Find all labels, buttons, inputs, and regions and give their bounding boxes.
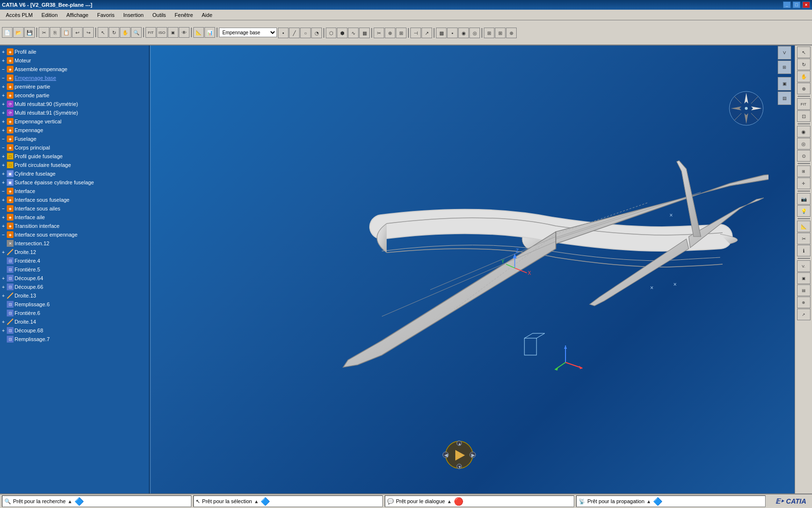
tab-render2[interactable]: ▤ <box>778 91 791 105</box>
minimize-button[interactable]: _ <box>783 1 791 8</box>
right-btn-axis[interactable]: ✛ <box>797 178 811 189</box>
window-controls[interactable]: _ □ × <box>783 1 810 8</box>
status-dialogue-expand[interactable]: ▲ <box>447 499 452 504</box>
tree-node-profil-guide[interactable]: + □ Profil guide fuselage <box>1 152 148 161</box>
menu-edition[interactable]: Edition <box>38 10 62 20</box>
tree-node-frontiere-5[interactable]: ⊡ Frontière.5 <box>1 265 148 274</box>
tree-node-fuselage[interactable]: − ◈ Fuselage <box>1 134 148 143</box>
tree-node-profil-circulaire[interactable]: + □ Profil circulaire fuselage <box>1 161 148 169</box>
right-btn-info[interactable]: ℹ <box>797 245 811 256</box>
tree-node-frontiere-4[interactable]: ⊡ Frontière.4 <box>1 256 148 265</box>
tree-node-interface[interactable]: − ◈ Interface <box>1 187 148 195</box>
toolbar-hide[interactable]: 👁 <box>179 27 189 38</box>
tree-node-frontiere-6[interactable]: ⊡ Frontière.6 <box>1 309 148 317</box>
toolbar-line[interactable]: ╱ <box>289 28 300 38</box>
toolbar-join[interactable]: ⊕ <box>385 28 395 38</box>
tree-node-empennage[interactable]: + ◈ Empennage <box>1 126 148 134</box>
toolbar-snap[interactable]: ⊕ <box>506 28 517 38</box>
tree-node-surface-epaisse[interactable]: + ▣ Surface épaisse cylindre fuselage <box>1 178 148 187</box>
toolbar-trim[interactable]: ✂ <box>374 28 384 38</box>
menu-insertion[interactable]: Insertion <box>119 10 147 20</box>
menu-acces-plm[interactable]: Accès PLM <box>2 10 37 20</box>
toolbar-render1[interactable]: ▩ <box>436 28 447 38</box>
tab-view1[interactable]: V <box>778 46 791 60</box>
toolbar-fill[interactable]: ▦ <box>359 28 370 38</box>
toolbar-fit[interactable]: FIT <box>145 27 156 38</box>
toolbar-paste[interactable]: 📋 <box>61 27 72 38</box>
toolbar-measure[interactable]: 📐 <box>193 27 204 38</box>
tree-node-decoupe-66[interactable]: + ⊡ Découpe.66 <box>1 283 148 291</box>
right-btn-shade[interactable]: ◉ <box>797 126 811 137</box>
right-btn-hidden[interactable]: ⊙ <box>797 150 811 162</box>
right-btn-extra5[interactable]: ↗ <box>797 309 811 320</box>
toolbar-iso[interactable]: ISO <box>157 27 167 38</box>
menu-favoris[interactable]: Favoris <box>93 10 118 20</box>
tree-node-interface-sous-ailes[interactable]: − ◈ Interface sous ailes <box>1 204 148 213</box>
active-component-select[interactable]: Empennage base <box>219 28 277 37</box>
toolbar-pan[interactable]: ✋ <box>120 27 130 38</box>
toolbar-undo[interactable]: ↩ <box>72 27 83 38</box>
toolbar-redo[interactable]: ↪ <box>83 27 94 38</box>
toolbar-open[interactable]: 📂 <box>13 27 24 38</box>
right-btn-extra4[interactable]: ⊕ <box>797 297 811 308</box>
right-btn-extra1[interactable]: V. <box>797 260 811 272</box>
toolbar-copy[interactable]: ⎘ <box>50 27 60 38</box>
tree-node-remplissage-6[interactable]: ⊡ Remplissage.6 <box>1 300 148 309</box>
right-btn-camera[interactable]: 📷 <box>797 193 811 205</box>
toolbar-analyze[interactable]: 📊 <box>204 27 215 38</box>
menu-aide[interactable]: Aide <box>198 10 216 20</box>
media-player[interactable]: ◀ ▶ ▲ ▼ <box>430 440 488 469</box>
tree-node-decoupe-64[interactable]: + ⊡ Découpe.64 <box>1 274 148 283</box>
tree-node-multi-90[interactable]: + ⟳ Multi résultat:90 (Symétrie) <box>1 100 148 108</box>
tree-node-droite-12[interactable]: + Droite.12 <box>1 248 148 256</box>
toolbar-surface1[interactable]: ⬡ <box>326 28 336 38</box>
toolbar-surface2[interactable]: ⬢ <box>337 28 348 38</box>
tree-node-droite-14[interactable]: + Droite.14 <box>1 317 148 326</box>
tree-node-intersection-12[interactable]: ✕ Intersection.12 <box>1 239 148 248</box>
tree-node-interface-sous-empennage[interactable]: − ◈ Interface sous empennage <box>1 230 148 239</box>
tree-node-empennage-vertical[interactable]: + ◈ Empennage vertical <box>1 117 148 126</box>
right-btn-light[interactable]: 💡 <box>797 205 811 217</box>
toolbar-cut[interactable]: ✂ <box>39 27 49 38</box>
toolbar-save[interactable]: 💾 <box>24 27 35 38</box>
menu-affichage[interactable]: Affichage <box>62 10 92 20</box>
toolbar-front[interactable]: ▣ <box>168 27 178 38</box>
tree-node-moteur[interactable]: + ◈ Moteur <box>1 56 148 65</box>
viewport-3d[interactable]: Z X Y × × × <box>150 45 795 493</box>
toolbar-grid[interactable]: ⊞ <box>495 28 506 38</box>
toolbar-zoom[interactable]: 🔍 <box>131 27 142 38</box>
tree-node-remplissage-7[interactable]: ⊡ Remplissage.7 <box>1 335 148 344</box>
toolbar-shade[interactable]: ◉ <box>458 28 469 38</box>
status-search-expand[interactable]: ▲ <box>68 499 72 504</box>
toolbar-rotate[interactable]: ↻ <box>109 27 119 38</box>
tree-node-profil-aile[interactable]: + ◈ Profil aile <box>1 47 148 56</box>
toolbar-new[interactable]: 📄 <box>2 27 13 38</box>
toolbar-arc[interactable]: ◔ <box>311 28 322 38</box>
right-btn-zoom[interactable]: ⊕ <box>797 83 811 94</box>
menu-fenetre[interactable]: Fenêtre <box>171 10 197 20</box>
tree-node-seconde-partie[interactable]: + ◈ seconde partie <box>1 91 148 100</box>
tree-node-premiere-partie[interactable]: + ◈ première partie <box>1 82 148 91</box>
tree-node-assemble-empennage[interactable]: − ◈ Assemble empennage <box>1 65 148 74</box>
toolbar-point[interactable]: • <box>278 28 289 38</box>
tab-render1[interactable]: ▣ <box>778 77 791 90</box>
right-btn-rotate[interactable]: ↻ <box>797 59 811 70</box>
tree-node-droite-13[interactable]: + Droite.13 <box>1 291 148 300</box>
tree-node-corps-principal[interactable]: − ◈ Corps principal <box>1 143 148 152</box>
toolbar-render2[interactable]: ▪ <box>447 28 458 38</box>
right-btn-normal[interactable]: ⊡ <box>797 110 811 122</box>
toolbar-transform[interactable]: ↗ <box>421 28 432 38</box>
toolbar-select[interactable]: ↖ <box>98 27 108 38</box>
toolbar-offset[interactable]: ⊞ <box>396 28 406 38</box>
tree-node-cylindre-fuselage[interactable]: + ▣ Cylindre fuselage <box>1 169 148 178</box>
tab-view2[interactable]: ⊞ <box>778 60 791 74</box>
tree-node-empennage-base[interactable]: − ◈ Empennage base <box>1 74 148 82</box>
right-btn-cut[interactable]: ✂ <box>797 233 811 244</box>
right-btn-plane[interactable]: ⊞ <box>797 165 811 177</box>
toolbar-wireframe[interactable]: ◎ <box>469 28 480 38</box>
menu-outils[interactable]: Outils <box>148 10 170 20</box>
right-btn-extra2[interactable]: ▣ <box>797 272 811 284</box>
right-btn-select[interactable]: ↖ <box>797 46 811 58</box>
tree-node-interface-aile[interactable]: + ◈ Interface aile <box>1 213 148 222</box>
status-selection-expand[interactable]: ▲ <box>254 499 259 504</box>
